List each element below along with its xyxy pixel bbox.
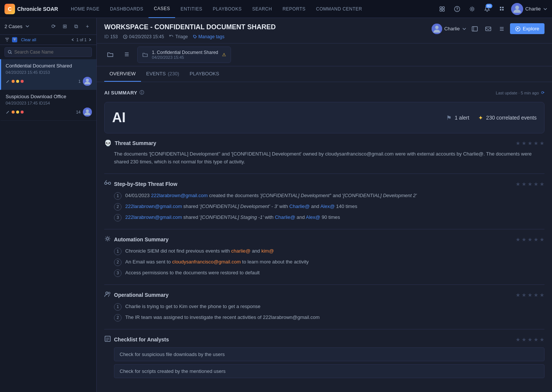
threat-star-3[interactable]: ★ [528, 140, 532, 146]
checklist-item-1[interactable]: Check for suspicious file downloads by t… [114, 347, 544, 361]
svg-point-24 [105, 182, 107, 184]
auto-star-1[interactable]: ★ [516, 236, 520, 242]
split-icon[interactable]: ⧉ [72, 22, 81, 31]
notifications-icon-btn[interactable]: 80 [481, 3, 493, 15]
op-star-2[interactable]: ★ [522, 292, 526, 298]
list-icon-btn[interactable] [496, 24, 507, 34]
check-star-3[interactable]: ★ [528, 337, 532, 343]
filter-icon[interactable] [12, 37, 17, 42]
link-charlie-2[interactable]: Charlie@ [290, 203, 310, 209]
manage-tags-btn[interactable]: Manage tags [193, 34, 224, 39]
app-logo[interactable]: C Chronicle SOAR [4, 4, 58, 14]
nav-entities[interactable]: ENTITIES [175, 0, 207, 18]
check-star-2[interactable]: ★ [522, 337, 526, 343]
user-avatar[interactable] [511, 3, 523, 15]
step-star-3[interactable]: ★ [528, 181, 532, 187]
check-star-5[interactable]: ★ [540, 337, 544, 343]
checklist-header: Checklist for Analysts ★ ★ ★ ★ ★ [104, 335, 544, 344]
nav-playbooks[interactable]: PLAYBOOKS [207, 0, 247, 18]
step-text-1: 04/01/2023 222larabrown@gmail.com create… [125, 192, 417, 199]
threat-star-1[interactable]: ★ [516, 140, 520, 146]
divider-2 [104, 229, 544, 229]
auto-star-3[interactable]: ★ [528, 236, 532, 242]
next-page-icon[interactable] [88, 38, 92, 42]
link-222larabrown-2[interactable]: 222larabrown@gmail.com [125, 203, 182, 209]
step-star-2[interactable]: ★ [522, 181, 526, 187]
help-icon-btn[interactable]: ? [451, 3, 463, 15]
view-icon-btn[interactable] [470, 24, 480, 34]
settings-icon-btn[interactable] [466, 3, 478, 15]
folder-icon[interactable] [104, 49, 116, 61]
nav-dashboards[interactable]: DASHBOARDS [105, 0, 148, 18]
link-kim-auto[interactable]: kim@ [261, 248, 274, 254]
operational-stars: ★ ★ ★ ★ ★ [516, 292, 544, 298]
operational-summary-label: Operational Summary [114, 292, 169, 298]
op-star-1[interactable]: ★ [516, 292, 520, 298]
step-star-5[interactable]: ★ [540, 181, 544, 187]
step-flow-section: Step-by-Step Threat Flow ★ ★ ★ ★ ★ 1 04/… [104, 180, 544, 221]
threat-star-5[interactable]: ★ [540, 140, 544, 146]
alert-card[interactable]: 1. Confidential Document Shared 04/20/20… [137, 46, 231, 63]
tab-events[interactable]: EVENTS (230) [141, 66, 184, 82]
step-star-4[interactable]: ★ [534, 181, 538, 187]
refresh-summary-icon[interactable]: ⟳ [541, 90, 544, 95]
search-input-wrapper[interactable] [4, 47, 92, 57]
expand-icon-btn[interactable] [436, 3, 448, 15]
auto-star-4[interactable]: ★ [534, 236, 538, 242]
case-item-154[interactable]: Suspicious Download Office 04/20/2023 17… [0, 90, 96, 121]
assign-chevron-icon[interactable] [462, 27, 466, 31]
step-item-2: 2 222larabrown@gmail.com shared '[CONFID… [114, 203, 544, 211]
check-star-4[interactable]: ★ [534, 337, 538, 343]
ai-main-card: AI ⚑ 1 alert ✦ 230 correlated events [104, 102, 544, 133]
tab-playbooks[interactable]: PLAYBOOKS [184, 66, 225, 82]
info-icon[interactable]: ⓘ [140, 90, 144, 96]
svg-rect-0 [440, 7, 442, 9]
search-case-input[interactable] [14, 49, 88, 55]
nav-search[interactable]: SEARCH [247, 0, 277, 18]
op-star-4[interactable]: ★ [534, 292, 538, 298]
link-cloudy-auto[interactable]: cloudysanfrancisco@gmail.com [172, 259, 241, 265]
case-item-153[interactable]: Confidential Document Shared 04/20/2023 … [0, 59, 96, 90]
chevron-down-small-icon [25, 24, 30, 29]
svg-rect-22 [486, 27, 491, 31]
layout-icon[interactable]: ⊞ [60, 22, 69, 31]
list-panel-icon[interactable] [121, 49, 133, 61]
grid-icon-btn[interactable] [496, 3, 508, 15]
op-star-3[interactable]: ★ [528, 292, 532, 298]
refresh-cases-icon[interactable]: ⟳ [49, 22, 58, 31]
threat-star-2[interactable]: ★ [522, 140, 526, 146]
op-num-1: 1 [114, 303, 122, 311]
tab-overview[interactable]: OVERVIEW [104, 66, 141, 82]
email-icon-btn[interactable] [483, 24, 494, 34]
tag-red-153 [21, 80, 24, 83]
link-charlie-3[interactable]: Charlie@ [275, 214, 295, 220]
link-222larabrown-3[interactable]: 222larabrown@gmail.com [125, 214, 182, 220]
clear-all-btn[interactable]: Clear all [21, 37, 36, 42]
top-nav: C Chronicle SOAR HOME PAGE DASHBOARDS CA… [0, 0, 552, 18]
auto-star-2[interactable]: ★ [522, 236, 526, 242]
auto-star-5[interactable]: ★ [540, 236, 544, 242]
op-star-5[interactable]: ★ [540, 292, 544, 298]
check-star-1[interactable]: ★ [516, 337, 520, 343]
nav-home[interactable]: HOME PAGE [66, 0, 105, 18]
nav-cases[interactable]: CASES [148, 0, 175, 18]
threat-star-4[interactable]: ★ [534, 140, 538, 146]
link-alex-3[interactable]: Alex@ [306, 214, 321, 220]
add-case-icon[interactable]: + [83, 22, 92, 31]
link-alex-2[interactable]: Alex@ [320, 203, 335, 209]
case-title-154: Suspicious Download Office [6, 94, 92, 99]
nav-reports[interactable]: REPORTS [277, 0, 310, 18]
search-box [0, 45, 96, 59]
ai-big-label: AI [112, 110, 126, 126]
auto-text-3: Access permissions to the documents were… [125, 269, 260, 277]
checklist-items: Check for suspicious file downloads by t… [104, 347, 544, 378]
sort-icon[interactable] [4, 37, 10, 42]
step-star-1[interactable]: ★ [516, 181, 520, 187]
link-charlie-auto[interactable]: charlie@ [231, 248, 251, 254]
nav-command[interactable]: COMMAND CENTER [311, 0, 368, 18]
prev-page-icon[interactable] [71, 38, 75, 42]
checklist-item-2[interactable]: Check for scripts created by the mention… [114, 364, 544, 378]
link-222larabrown-1[interactable]: 222larabrown@gmail.com [151, 193, 208, 198]
explore-button[interactable]: Explore [510, 23, 544, 34]
step-text-2: 222larabrown@gmail.com shared '[CONFIDEN… [125, 203, 357, 210]
